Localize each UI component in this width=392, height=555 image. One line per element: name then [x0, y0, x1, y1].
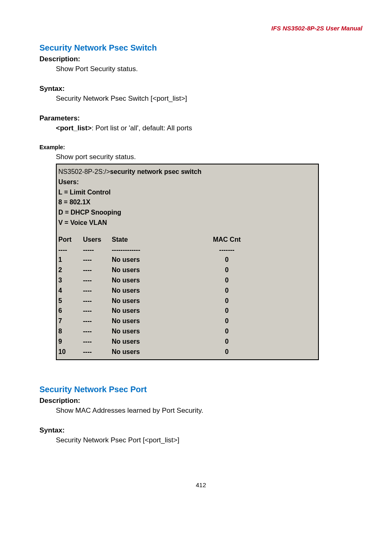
- cell-mac: 0: [198, 255, 256, 265]
- cell-users: ----: [83, 306, 112, 316]
- table-row: 7 ---- No users 0: [58, 316, 316, 326]
- cell-port: 2: [58, 265, 83, 275]
- cell-state: No users: [112, 296, 198, 306]
- col-port-header: Port: [58, 235, 83, 245]
- description-text: Show MAC Addresses learned by Port Secur…: [56, 407, 362, 415]
- legend-line: L = Limit Control: [58, 187, 316, 198]
- parameters-label: Parameters:: [39, 114, 362, 123]
- cell-mac: 0: [198, 306, 256, 316]
- cell-state: No users: [112, 347, 198, 357]
- divider: ----: [58, 245, 83, 255]
- table-row: 6 ---- No users 0: [58, 306, 316, 316]
- command-line: NS3502-8P-2S:/>security network psec swi…: [58, 167, 316, 177]
- table-divider-row: ---- ----- ------------- -------: [58, 245, 316, 255]
- cell-mac: 0: [198, 275, 256, 286]
- command-text: security network psec switch: [110, 168, 201, 175]
- cell-users: ----: [83, 275, 112, 286]
- parameters-rest: : Port list or 'all', default: All ports: [92, 124, 192, 132]
- parameters-text: <port_list>: Port list or 'all', default…: [56, 124, 362, 132]
- col-state-header: State: [112, 235, 198, 245]
- cell-mac: 0: [198, 316, 256, 326]
- cell-users: ----: [83, 265, 112, 275]
- cell-port: 5: [58, 296, 83, 306]
- cell-users: ----: [83, 326, 112, 337]
- cell-users: ----: [83, 337, 112, 347]
- cell-mac: 0: [198, 296, 256, 306]
- syntax-text: Security Network Psec Switch [<port_list…: [56, 95, 362, 103]
- cell-port: 10: [58, 347, 83, 357]
- cell-state: No users: [112, 316, 198, 326]
- command-box: NS3502-8P-2S:/>security network psec swi…: [56, 164, 319, 360]
- legend-line: 8 = 802.1X: [58, 197, 316, 208]
- cell-mac: 0: [198, 265, 256, 275]
- cell-state: No users: [112, 286, 198, 296]
- cell-port: 8: [58, 326, 83, 337]
- table-row: 3 ---- No users 0: [58, 275, 316, 286]
- description-label: Description:: [39, 397, 362, 405]
- page: IFS NS3502-8P-2S User Manual Security Ne…: [0, 0, 392, 518]
- prompt: NS3502-8P-2S:/>: [58, 168, 110, 175]
- command-box-wrap: NS3502-8P-2S:/>security network psec swi…: [56, 164, 362, 360]
- example-text: Show port security status.: [56, 153, 362, 161]
- cell-state: No users: [112, 275, 198, 286]
- page-number: 412: [39, 481, 362, 488]
- cell-port: 7: [58, 316, 83, 326]
- parameters-key: <port_list>: [56, 124, 92, 132]
- table-row: 4 ---- No users 0: [58, 286, 316, 296]
- syntax-label: Syntax:: [39, 426, 362, 435]
- cell-users: ----: [83, 296, 112, 306]
- cell-mac: 0: [198, 337, 256, 347]
- cell-state: No users: [112, 265, 198, 275]
- section1-title: Security Network Psec Switch: [39, 43, 362, 53]
- description-label: Description:: [39, 55, 362, 63]
- cell-port: 4: [58, 286, 83, 296]
- table-row: 9 ---- No users 0: [58, 337, 316, 347]
- legend-line: V = Voice VLAN: [58, 218, 316, 228]
- table-row: 1 ---- No users 0: [58, 255, 316, 265]
- doc-header: IFS NS3502-8P-2S User Manual: [39, 25, 362, 32]
- table-row: 2 ---- No users 0: [58, 265, 316, 275]
- example-label: Example:: [39, 144, 362, 150]
- cell-state: No users: [112, 306, 198, 316]
- cell-state: No users: [112, 326, 198, 337]
- cell-port: 1: [58, 255, 83, 265]
- users-label: Users:: [58, 177, 316, 187]
- cell-port: 9: [58, 337, 83, 347]
- cell-mac: 0: [198, 286, 256, 296]
- section2-title: Security Network Psec Port: [39, 385, 362, 394]
- divider: -------------: [112, 245, 198, 255]
- cell-mac: 0: [198, 347, 256, 357]
- col-mac-header: MAC Cnt: [198, 235, 256, 245]
- cell-users: ----: [83, 316, 112, 326]
- cell-users: ----: [83, 347, 112, 357]
- cell-users: ----: [83, 255, 112, 265]
- col-users-header: Users: [83, 235, 112, 245]
- cell-mac: 0: [198, 326, 256, 337]
- legend-line: D = DHCP Snooping: [58, 208, 316, 218]
- cell-port: 3: [58, 275, 83, 286]
- divider: -----: [83, 245, 112, 255]
- cell-state: No users: [112, 255, 198, 265]
- cell-state: No users: [112, 337, 198, 347]
- table-row: 8 ---- No users 0: [58, 326, 316, 337]
- cell-port: 6: [58, 306, 83, 316]
- table-row: 5 ---- No users 0: [58, 296, 316, 306]
- syntax-label: Syntax:: [39, 85, 362, 93]
- table-row: 10 ---- No users 0: [58, 347, 316, 357]
- table-header-row: Port Users State MAC Cnt: [58, 235, 316, 245]
- description-text: Show Port Security status.: [56, 65, 362, 73]
- divider: -------: [198, 245, 256, 255]
- cell-users: ----: [83, 286, 112, 296]
- syntax-text: Security Network Psec Port [<port_list>]: [56, 436, 362, 444]
